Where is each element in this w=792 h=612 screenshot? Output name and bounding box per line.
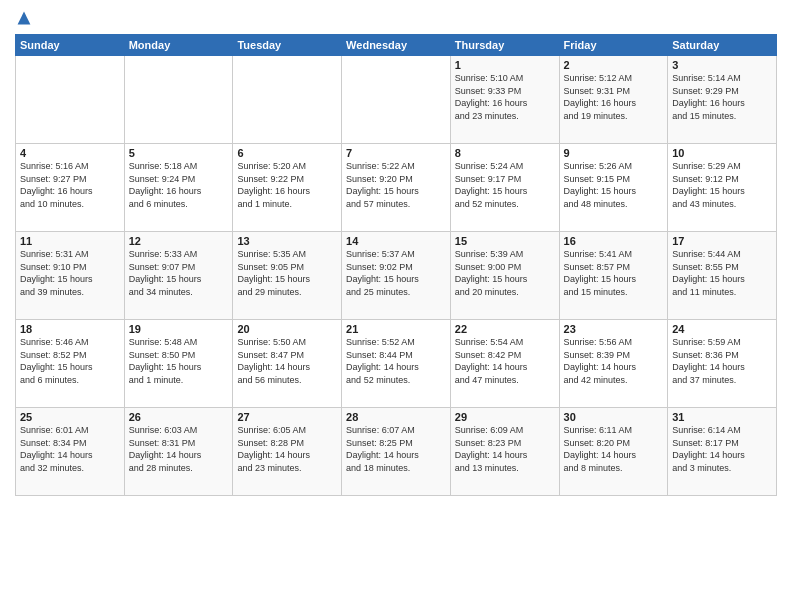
day-info: Sunrise: 5:33 AM Sunset: 9:07 PM Dayligh…: [129, 248, 229, 298]
day-cell: 7Sunrise: 5:22 AM Sunset: 9:20 PM Daylig…: [342, 144, 451, 232]
day-info: Sunrise: 5:46 AM Sunset: 8:52 PM Dayligh…: [20, 336, 120, 386]
day-number: 1: [455, 59, 555, 71]
day-number: 30: [564, 411, 664, 423]
day-cell: 13Sunrise: 5:35 AM Sunset: 9:05 PM Dayli…: [233, 232, 342, 320]
day-cell: 30Sunrise: 6:11 AM Sunset: 8:20 PM Dayli…: [559, 408, 668, 496]
day-info: Sunrise: 6:11 AM Sunset: 8:20 PM Dayligh…: [564, 424, 664, 474]
day-info: Sunrise: 5:31 AM Sunset: 9:10 PM Dayligh…: [20, 248, 120, 298]
week-row-1: 1Sunrise: 5:10 AM Sunset: 9:33 PM Daylig…: [16, 56, 777, 144]
day-cell: 28Sunrise: 6:07 AM Sunset: 8:25 PM Dayli…: [342, 408, 451, 496]
day-number: 24: [672, 323, 772, 335]
day-info: Sunrise: 5:10 AM Sunset: 9:33 PM Dayligh…: [455, 72, 555, 122]
day-info: Sunrise: 6:03 AM Sunset: 8:31 PM Dayligh…: [129, 424, 229, 474]
day-number: 19: [129, 323, 229, 335]
col-header-friday: Friday: [559, 35, 668, 56]
col-header-sunday: Sunday: [16, 35, 125, 56]
day-cell: 10Sunrise: 5:29 AM Sunset: 9:12 PM Dayli…: [668, 144, 777, 232]
day-cell: 1Sunrise: 5:10 AM Sunset: 9:33 PM Daylig…: [450, 56, 559, 144]
day-cell: [342, 56, 451, 144]
day-cell: 21Sunrise: 5:52 AM Sunset: 8:44 PM Dayli…: [342, 320, 451, 408]
day-cell: 2Sunrise: 5:12 AM Sunset: 9:31 PM Daylig…: [559, 56, 668, 144]
day-cell: 25Sunrise: 6:01 AM Sunset: 8:34 PM Dayli…: [16, 408, 125, 496]
day-number: 22: [455, 323, 555, 335]
day-info: Sunrise: 6:05 AM Sunset: 8:28 PM Dayligh…: [237, 424, 337, 474]
day-info: Sunrise: 5:20 AM Sunset: 9:22 PM Dayligh…: [237, 160, 337, 210]
day-number: 16: [564, 235, 664, 247]
day-number: 2: [564, 59, 664, 71]
day-cell: 22Sunrise: 5:54 AM Sunset: 8:42 PM Dayli…: [450, 320, 559, 408]
header: [15, 10, 777, 26]
day-info: Sunrise: 6:07 AM Sunset: 8:25 PM Dayligh…: [346, 424, 446, 474]
day-cell: 19Sunrise: 5:48 AM Sunset: 8:50 PM Dayli…: [124, 320, 233, 408]
day-info: Sunrise: 5:24 AM Sunset: 9:17 PM Dayligh…: [455, 160, 555, 210]
day-cell: 12Sunrise: 5:33 AM Sunset: 9:07 PM Dayli…: [124, 232, 233, 320]
day-number: 14: [346, 235, 446, 247]
col-header-wednesday: Wednesday: [342, 35, 451, 56]
day-number: 31: [672, 411, 772, 423]
day-number: 13: [237, 235, 337, 247]
day-cell: 18Sunrise: 5:46 AM Sunset: 8:52 PM Dayli…: [16, 320, 125, 408]
day-info: Sunrise: 5:59 AM Sunset: 8:36 PM Dayligh…: [672, 336, 772, 386]
page: SundayMondayTuesdayWednesdayThursdayFrid…: [0, 0, 792, 612]
day-cell: [233, 56, 342, 144]
day-number: 26: [129, 411, 229, 423]
day-number: 27: [237, 411, 337, 423]
day-cell: 6Sunrise: 5:20 AM Sunset: 9:22 PM Daylig…: [233, 144, 342, 232]
day-cell: [16, 56, 125, 144]
day-info: Sunrise: 6:09 AM Sunset: 8:23 PM Dayligh…: [455, 424, 555, 474]
col-header-monday: Monday: [124, 35, 233, 56]
day-cell: 15Sunrise: 5:39 AM Sunset: 9:00 PM Dayli…: [450, 232, 559, 320]
day-number: 28: [346, 411, 446, 423]
day-info: Sunrise: 5:41 AM Sunset: 8:57 PM Dayligh…: [564, 248, 664, 298]
day-cell: 8Sunrise: 5:24 AM Sunset: 9:17 PM Daylig…: [450, 144, 559, 232]
svg-marker-0: [18, 12, 31, 25]
day-cell: [124, 56, 233, 144]
day-number: 3: [672, 59, 772, 71]
day-info: Sunrise: 5:44 AM Sunset: 8:55 PM Dayligh…: [672, 248, 772, 298]
col-header-saturday: Saturday: [668, 35, 777, 56]
day-cell: 26Sunrise: 6:03 AM Sunset: 8:31 PM Dayli…: [124, 408, 233, 496]
day-number: 4: [20, 147, 120, 159]
header-row: SundayMondayTuesdayWednesdayThursdayFrid…: [16, 35, 777, 56]
day-cell: 27Sunrise: 6:05 AM Sunset: 8:28 PM Dayli…: [233, 408, 342, 496]
day-cell: 14Sunrise: 5:37 AM Sunset: 9:02 PM Dayli…: [342, 232, 451, 320]
day-number: 15: [455, 235, 555, 247]
day-info: Sunrise: 5:52 AM Sunset: 8:44 PM Dayligh…: [346, 336, 446, 386]
day-cell: 11Sunrise: 5:31 AM Sunset: 9:10 PM Dayli…: [16, 232, 125, 320]
day-number: 11: [20, 235, 120, 247]
day-cell: 24Sunrise: 5:59 AM Sunset: 8:36 PM Dayli…: [668, 320, 777, 408]
day-number: 12: [129, 235, 229, 247]
col-header-tuesday: Tuesday: [233, 35, 342, 56]
day-info: Sunrise: 5:48 AM Sunset: 8:50 PM Dayligh…: [129, 336, 229, 386]
day-number: 8: [455, 147, 555, 159]
day-cell: 23Sunrise: 5:56 AM Sunset: 8:39 PM Dayli…: [559, 320, 668, 408]
day-info: Sunrise: 5:22 AM Sunset: 9:20 PM Dayligh…: [346, 160, 446, 210]
day-number: 5: [129, 147, 229, 159]
day-info: Sunrise: 5:50 AM Sunset: 8:47 PM Dayligh…: [237, 336, 337, 386]
day-cell: 4Sunrise: 5:16 AM Sunset: 9:27 PM Daylig…: [16, 144, 125, 232]
day-number: 23: [564, 323, 664, 335]
week-row-5: 25Sunrise: 6:01 AM Sunset: 8:34 PM Dayli…: [16, 408, 777, 496]
day-info: Sunrise: 5:56 AM Sunset: 8:39 PM Dayligh…: [564, 336, 664, 386]
day-cell: 31Sunrise: 6:14 AM Sunset: 8:17 PM Dayli…: [668, 408, 777, 496]
logo-icon: [16, 10, 32, 26]
day-info: Sunrise: 5:35 AM Sunset: 9:05 PM Dayligh…: [237, 248, 337, 298]
day-info: Sunrise: 5:12 AM Sunset: 9:31 PM Dayligh…: [564, 72, 664, 122]
day-number: 18: [20, 323, 120, 335]
day-cell: 17Sunrise: 5:44 AM Sunset: 8:55 PM Dayli…: [668, 232, 777, 320]
day-info: Sunrise: 6:01 AM Sunset: 8:34 PM Dayligh…: [20, 424, 120, 474]
day-number: 25: [20, 411, 120, 423]
day-info: Sunrise: 5:26 AM Sunset: 9:15 PM Dayligh…: [564, 160, 664, 210]
day-info: Sunrise: 5:37 AM Sunset: 9:02 PM Dayligh…: [346, 248, 446, 298]
day-info: Sunrise: 5:54 AM Sunset: 8:42 PM Dayligh…: [455, 336, 555, 386]
col-header-thursday: Thursday: [450, 35, 559, 56]
day-number: 6: [237, 147, 337, 159]
day-cell: 9Sunrise: 5:26 AM Sunset: 9:15 PM Daylig…: [559, 144, 668, 232]
day-cell: 20Sunrise: 5:50 AM Sunset: 8:47 PM Dayli…: [233, 320, 342, 408]
day-info: Sunrise: 5:18 AM Sunset: 9:24 PM Dayligh…: [129, 160, 229, 210]
calendar-table: SundayMondayTuesdayWednesdayThursdayFrid…: [15, 34, 777, 496]
day-number: 9: [564, 147, 664, 159]
logo: [15, 10, 32, 26]
week-row-3: 11Sunrise: 5:31 AM Sunset: 9:10 PM Dayli…: [16, 232, 777, 320]
day-info: Sunrise: 5:29 AM Sunset: 9:12 PM Dayligh…: [672, 160, 772, 210]
